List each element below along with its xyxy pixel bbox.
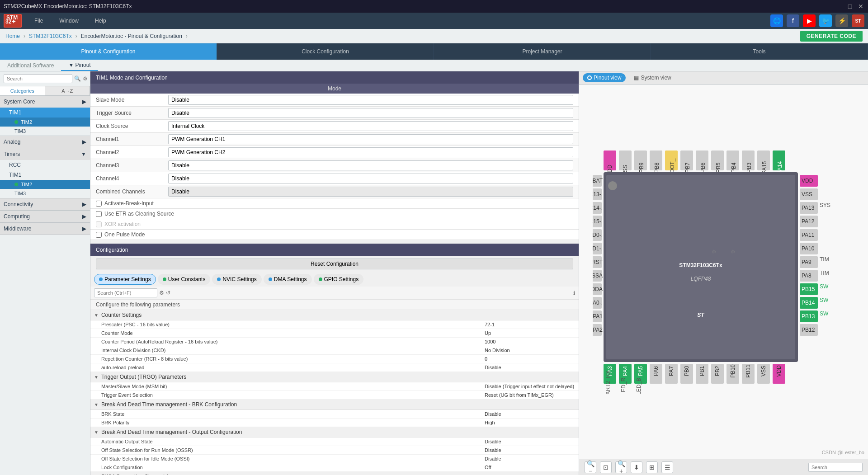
st-icon[interactable]: ST: [852, 14, 864, 27]
chip-tab-pinout[interactable]: Pinout view: [583, 73, 626, 82]
lock-value: Off: [485, 465, 575, 470]
ckd-name: Internal Clock Division (CKD): [101, 348, 485, 353]
channel3-select[interactable]: Disable: [168, 160, 573, 170]
generate-code-button[interactable]: GENERATE CODE: [800, 31, 863, 42]
menu-help[interactable]: Help: [91, 16, 110, 26]
sidebar-item-timers-tim2[interactable]: TIM2: [0, 180, 90, 189]
svg-text:SW: SW: [820, 283, 829, 290]
param-group-brk[interactable]: ▼ Break And Dead Time management - BRK C…: [90, 400, 579, 410]
decorative-gear-1: ⚙: [711, 249, 716, 255]
svg-text:PB7: PB7: [684, 162, 691, 173]
brk-polarity-name: BRK Polarity: [101, 420, 485, 425]
chip-tab-system[interactable]: ▦ System view: [629, 73, 675, 82]
sidebar-item-tim2[interactable]: TIM2: [0, 118, 90, 127]
slave-mode-select[interactable]: Disable: [168, 95, 573, 105]
one-pulse-checkbox[interactable]: [96, 232, 102, 238]
menu-file[interactable]: File: [31, 16, 47, 26]
svg-text:VDD: VDD: [776, 365, 782, 377]
tab-clock-config[interactable]: Clock Configuration: [217, 43, 434, 60]
youtube-icon[interactable]: ▶: [803, 14, 816, 27]
chip-search-input[interactable]: [808, 463, 863, 472]
reset-config-button[interactable]: Reset Configuration: [96, 259, 573, 269]
breadcrumb-home[interactable]: Home: [5, 33, 20, 39]
clock-source-select[interactable]: Internal Clock: [168, 121, 573, 131]
web-icon[interactable]: 🌐: [770, 14, 783, 27]
sidebar-section-header-middleware[interactable]: Middleware ▶: [0, 223, 90, 235]
sidebar-section-header-computing[interactable]: Computing ▶: [0, 211, 90, 222]
sidebar: 🔍 ⚙ Categories A→Z System Core ▶ TIM1 TI…: [0, 71, 90, 475]
param-tab-user-constants[interactable]: User Constants: [158, 274, 211, 285]
param-tab-dot-3: [269, 277, 272, 281]
param-row-auto-output: Automatic Output State Disable: [90, 437, 579, 446]
grid-view-button[interactable]: ⊞: [646, 461, 658, 473]
trigger-source-select[interactable]: Disable: [168, 108, 573, 118]
sidebar-item-tim1[interactable]: TIM1: [0, 108, 90, 118]
etr-checkbox[interactable]: [96, 211, 102, 217]
param-info-icon[interactable]: ℹ: [573, 290, 575, 296]
network-icon[interactable]: ⚡: [835, 14, 848, 27]
trigger-event-name: Trigger Event Selection: [101, 392, 485, 398]
param-search-refresh-icon[interactable]: ↺: [166, 290, 170, 296]
settings-icon[interactable]: ⚙: [83, 75, 88, 82]
sidebar-section-timers: Timers ▼ RCC TIM1 TIM2 TIM3: [0, 148, 90, 198]
param-tab-nvic[interactable]: NVIC Settings: [212, 274, 261, 285]
channel2-select[interactable]: PWM Generation CH2: [168, 147, 573, 157]
facebook-icon[interactable]: f: [787, 14, 799, 27]
param-group-counter-settings[interactable]: ▼ Counter Settings: [90, 310, 579, 320]
tab-pinout-config[interactable]: Pinout & Configuration: [0, 43, 217, 60]
param-tab-dma[interactable]: DMA Settings: [264, 274, 312, 285]
sidebar-section-header-timers[interactable]: Timers ▼: [0, 148, 90, 160]
param-group-output[interactable]: ▼ Break And Dead Time management - Outpu…: [90, 427, 579, 437]
sidebar-item-rcc[interactable]: RCC: [0, 160, 90, 170]
breadcrumb-device[interactable]: STM32F103C6Tx: [29, 33, 72, 39]
export-button[interactable]: ⬇: [631, 461, 642, 473]
param-row-rcr: Repetition Counter (RCR - 8 bits value) …: [90, 355, 579, 363]
twitter-icon[interactable]: 🐦: [819, 14, 832, 27]
minimize-button[interactable]: —: [835, 3, 843, 10]
sidebar-item-timers-tim3[interactable]: TIM3: [0, 189, 90, 198]
break-input-checkbox[interactable]: [96, 201, 102, 207]
param-tab-gpio[interactable]: GPIO Settings: [314, 274, 364, 285]
breadcrumb-sep-1: ›: [24, 33, 25, 39]
svg-text:VBAT: VBAT: [593, 178, 603, 184]
sidebar-item-timers-tim1[interactable]: TIM1: [0, 170, 90, 180]
param-search-input[interactable]: [94, 288, 157, 297]
close-button[interactable]: ✕: [857, 3, 864, 10]
param-tab-parameter-settings[interactable]: Parameter Settings: [94, 274, 156, 285]
subtab-pinout[interactable]: ▼ Pinout: [61, 60, 98, 71]
brk-arrow: ▼: [94, 402, 99, 407]
tab-project-manager[interactable]: Project Manager: [434, 43, 651, 60]
menu-window[interactable]: Window: [56, 16, 82, 26]
list-view-button[interactable]: ☰: [661, 461, 673, 473]
ossr-name: Off State Selection for Run Mode (OSSR): [101, 447, 485, 453]
ckd-value: No Division: [485, 348, 575, 353]
xor-checkbox[interactable]: [96, 221, 102, 227]
combined-select[interactable]: Disable: [168, 187, 573, 197]
sidebar-search-input[interactable]: [4, 74, 72, 83]
autoreload-value: Disable: [485, 365, 575, 370]
param-search-area: ⚙ ↺ ℹ: [90, 287, 579, 300]
param-group-pwm-ch1[interactable]: ▼ PWM Generation Channel 1: [90, 472, 579, 475]
slave-mode-label: Slave Mode: [96, 97, 168, 103]
checkbox-break-input: Activate-Break-Input: [90, 198, 579, 209]
chip-panel: Pinout view ▦ System view VDD VSS PB9: [579, 71, 868, 475]
param-group-trigger[interactable]: ▼ Trigger Output (TRGO) Parameters: [90, 372, 579, 382]
sidebar-section-header-connectivity[interactable]: Connectivity ▶: [0, 198, 90, 210]
zoom-in-button[interactable]: 🔍+: [615, 461, 627, 473]
tab-tools[interactable]: Tools: [651, 43, 868, 60]
channel4-select[interactable]: Disable: [168, 174, 573, 183]
fit-view-button[interactable]: ⊡: [600, 461, 612, 473]
sidebar-item-tim3[interactable]: TIM3: [0, 127, 90, 136]
sidebar-tab-categories[interactable]: Categories: [0, 86, 45, 95]
zoom-out-button[interactable]: 🔍−: [585, 461, 596, 473]
svg-text:PB1: PB1: [699, 366, 705, 376]
sidebar-section-header-system-core[interactable]: System Core ▶: [0, 96, 90, 108]
sidebar-section-header-analog[interactable]: Analog ▶: [0, 136, 90, 148]
maximize-button[interactable]: □: [846, 3, 854, 10]
subtab-additional-software[interactable]: Additional Software: [0, 60, 61, 71]
channel1-select[interactable]: PWM Generation CH1: [168, 134, 573, 144]
svg-text:PB9: PB9: [638, 162, 645, 173]
configure-text: Configure the following parameters: [90, 300, 579, 310]
param-search-settings-icon[interactable]: ⚙: [159, 290, 164, 296]
sidebar-tab-az[interactable]: A→Z: [45, 86, 90, 95]
